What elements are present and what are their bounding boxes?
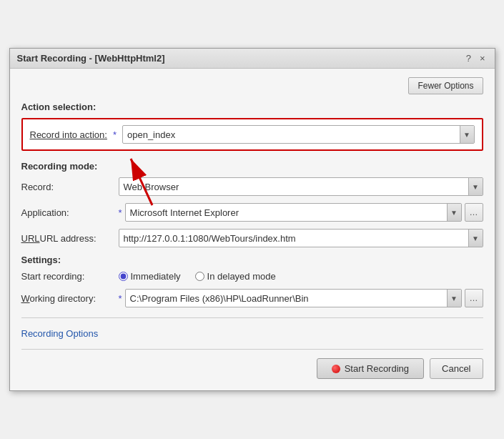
cancel-button[interactable]: Cancel	[430, 358, 483, 379]
start-recording-label: Start Recording	[345, 363, 409, 374]
action-selection-label: Action selection:	[21, 102, 483, 112]
required-star: *	[113, 129, 117, 140]
application-field-col: * Microsoft Internet Explorer ▼ …	[119, 203, 483, 222]
working-dir-dropdown[interactable]: C:\Program Files (x86)\HP\LoadRunner\Bin…	[125, 289, 462, 307]
url-dropdown[interactable]: http://127.0.0.1:1080/WebTours/index.htm…	[119, 229, 483, 247]
application-dropdown-arrow[interactable]: ▼	[447, 204, 461, 221]
separator-2	[21, 349, 483, 350]
help-button[interactable]: ?	[464, 53, 473, 64]
url-value: http://127.0.0.1:1080/WebTours/index.htm	[124, 233, 468, 244]
record-into-action-value: open_index	[127, 129, 460, 140]
url-field-col: http://127.0.0.1:1080/WebTours/index.htm…	[119, 229, 483, 247]
application-row: Application: * Microsoft Internet Explor…	[21, 203, 483, 222]
dialog: Start Recording - [WebHttpHtml2] ? × Few…	[9, 48, 495, 391]
working-dir-label: Working directory:	[21, 293, 114, 304]
delayed-option[interactable]: In delayed mode	[195, 271, 276, 282]
working-dir-value: C:\Program Files (x86)\HP\LoadRunner\Bin	[130, 293, 447, 304]
record-dropdown-arrow[interactable]: ▼	[468, 178, 483, 195]
delayed-radio[interactable]	[195, 272, 204, 281]
record-into-action-label: Record into action:	[30, 129, 107, 140]
working-dir-dropdown-arrow[interactable]: ▼	[447, 290, 461, 307]
fewer-options-button[interactable]: Fewer Options	[408, 77, 483, 94]
record-field-col: Web Browser ▼	[119, 177, 483, 196]
dialog-body: Fewer Options Action selection: Record i…	[10, 69, 495, 390]
start-recording-row: Start recording: Immediately In delayed …	[21, 271, 483, 282]
immediately-label: Immediately	[131, 271, 181, 282]
settings-section: Settings: Start recording: Immediately I…	[21, 255, 483, 307]
url-label: URLURL address:	[21, 233, 114, 244]
start-recording-button[interactable]: Start Recording	[317, 358, 424, 379]
application-value: Microsoft Internet Explorer	[130, 207, 447, 218]
application-dropdown[interactable]: Microsoft Internet Explorer ▼	[125, 203, 462, 222]
application-label: Application:	[21, 207, 114, 218]
record-into-action-arrow[interactable]: ▼	[460, 126, 474, 143]
start-recording-label: Start recording:	[21, 271, 114, 282]
application-browse-button[interactable]: …	[465, 203, 483, 222]
start-recording-radio-group: Immediately In delayed mode	[119, 271, 276, 282]
application-required-star: *	[119, 207, 122, 218]
immediately-option[interactable]: Immediately	[119, 271, 181, 282]
record-dot-icon	[332, 365, 340, 373]
working-dir-field-col: * C:\Program Files (x86)\HP\LoadRunner\B…	[119, 289, 483, 307]
separator-1	[21, 317, 483, 318]
immediately-radio[interactable]	[119, 272, 128, 281]
url-dropdown-arrow[interactable]: ▼	[468, 230, 483, 247]
top-bar: Fewer Options	[21, 77, 483, 94]
record-label: Record:	[21, 182, 114, 192]
record-dropdown[interactable]: Web Browser ▼	[119, 177, 483, 196]
button-row: Start Recording Cancel	[21, 358, 483, 379]
record-into-action-dropdown[interactable]: open_index ▼	[122, 125, 475, 144]
delayed-label: In delayed mode	[207, 271, 276, 282]
working-dir-required-star: *	[119, 293, 122, 304]
title-bar: Start Recording - [WebHttpHtml2] ? ×	[10, 49, 495, 69]
working-dir-browse-button[interactable]: …	[465, 289, 483, 307]
settings-label: Settings:	[21, 255, 483, 265]
url-row: URLURL address: http://127.0.0.1:1080/We…	[21, 229, 483, 247]
record-row: Record: Web Browser ▼	[21, 177, 483, 196]
recording-mode-label: Recording mode:	[21, 161, 483, 172]
record-value: Web Browser	[124, 182, 468, 192]
recording-options-link[interactable]: Recording Options	[21, 328, 99, 339]
working-dir-row: Working directory: * C:\Program Files (x…	[21, 289, 483, 307]
close-button[interactable]: ×	[478, 53, 488, 64]
action-selection-box: Record into action: * open_index ▼	[21, 118, 483, 151]
dialog-title: Start Recording - [WebHttpHtml2]	[17, 53, 165, 64]
title-bar-controls: ? ×	[464, 53, 488, 64]
